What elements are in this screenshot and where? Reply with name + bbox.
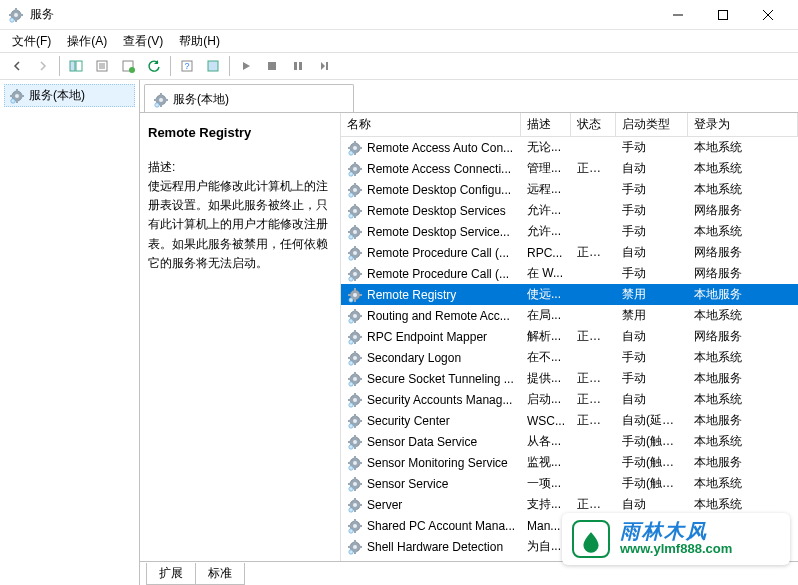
svg-point-18	[129, 67, 135, 73]
sidebar-item-services-local[interactable]: 服务(本地)	[4, 84, 135, 107]
service-icon	[347, 350, 363, 366]
service-name: Security Accounts Manag...	[367, 393, 512, 407]
col-desc[interactable]: 描述	[521, 113, 571, 136]
service-row[interactable]: Remote Desktop Services允许...手动网络服务	[341, 200, 798, 221]
tab-extended[interactable]: 扩展	[146, 563, 195, 585]
maximize-button[interactable]	[700, 1, 745, 29]
view-button[interactable]	[201, 54, 225, 78]
service-startup: 手动	[616, 181, 688, 198]
service-status: 正在...	[571, 391, 616, 408]
sidebar: 服务(本地)	[0, 80, 140, 585]
service-name: Remote Desktop Service...	[367, 225, 510, 239]
service-logon: 网络服务	[688, 202, 798, 219]
service-row[interactable]: Remote Procedure Call (...在 W...手动网络服务	[341, 263, 798, 284]
service-desc: 远程...	[521, 181, 571, 198]
service-name: Secure Socket Tunneling ...	[367, 372, 514, 386]
service-row[interactable]: Sensor Data Service从各...手动(触发...本地系统	[341, 431, 798, 452]
stop-button[interactable]	[260, 54, 284, 78]
service-desc: 无论...	[521, 139, 571, 156]
service-startup: 手动	[616, 139, 688, 156]
watermark-logo-icon	[572, 520, 610, 558]
menu-action[interactable]: 操作(A)	[59, 31, 115, 52]
sidebar-item-label: 服务(本地)	[29, 87, 85, 104]
menu-file[interactable]: 文件(F)	[4, 31, 59, 52]
svg-rect-8	[718, 10, 727, 19]
service-row[interactable]: Routing and Remote Acc...在局...禁用本地系统	[341, 305, 798, 326]
service-list: 名称 描述 状态 启动类型 登录为 Remote Access Auto Con…	[340, 113, 798, 561]
service-row[interactable]: RPC Endpoint Mapper解析...正在...自动网络服务	[341, 326, 798, 347]
service-icon	[347, 266, 363, 282]
service-icon	[347, 224, 363, 240]
service-desc: 从各...	[521, 433, 571, 450]
menu-help[interactable]: 帮助(H)	[171, 31, 228, 52]
service-startup: 手动	[616, 370, 688, 387]
service-name: Routing and Remote Acc...	[367, 309, 510, 323]
service-row[interactable]: Security Accounts Manag...启动...正在...自动本地…	[341, 389, 798, 410]
service-row[interactable]: Remote Procedure Call (...RPC...正在...自动网…	[341, 242, 798, 263]
service-row[interactable]: Secondary Logon在不...手动本地系统	[341, 347, 798, 368]
rows-container[interactable]: Remote Access Auto Con...无论...手动本地系统Remo…	[341, 137, 798, 561]
service-name: Remote Registry	[367, 288, 456, 302]
service-name: Sensor Data Service	[367, 435, 477, 449]
service-row[interactable]: Security CenterWSC...正在...自动(延迟...本地服务	[341, 410, 798, 431]
service-row[interactable]: Remote Access Connecti...管理...正在...自动本地系…	[341, 158, 798, 179]
service-desc: 监视...	[521, 454, 571, 471]
services-icon	[153, 92, 169, 108]
service-row[interactable]: Remote Registry使远...禁用本地服务	[341, 284, 798, 305]
service-desc: 在不...	[521, 349, 571, 366]
menu-view[interactable]: 查看(V)	[115, 31, 171, 52]
detail-desc-label: 描述:	[148, 158, 332, 177]
svg-rect-23	[294, 62, 297, 70]
service-name: Remote Access Connecti...	[367, 162, 511, 176]
service-icon	[347, 308, 363, 324]
service-row[interactable]: Sensor Monitoring Service监视...手动(触发...本地…	[341, 452, 798, 473]
back-button[interactable]	[5, 54, 29, 78]
export-button[interactable]	[116, 54, 140, 78]
service-icon	[347, 413, 363, 429]
service-row[interactable]: Sensor Service一项...手动(触发...本地系统	[341, 473, 798, 494]
refresh-button[interactable]	[142, 54, 166, 78]
service-name: Remote Desktop Services	[367, 204, 506, 218]
service-logon: 本地系统	[688, 349, 798, 366]
svg-rect-11	[70, 61, 75, 71]
service-row[interactable]: Remote Desktop Configu...远程...手动本地系统	[341, 179, 798, 200]
properties-button[interactable]	[90, 54, 114, 78]
forward-button[interactable]	[31, 54, 55, 78]
service-logon: 本地系统	[688, 433, 798, 450]
col-logon[interactable]: 登录为	[688, 113, 798, 136]
service-desc: 启动...	[521, 391, 571, 408]
service-status: 正在...	[571, 244, 616, 261]
watermark-url: www.ylmf888.com	[620, 541, 732, 557]
service-row[interactable]: Server支持...正在...自动本地系统	[341, 494, 798, 515]
service-logon: 网络服务	[688, 244, 798, 261]
detail-title: Remote Registry	[148, 123, 332, 144]
restart-button[interactable]	[312, 54, 336, 78]
svg-rect-21	[208, 61, 218, 71]
service-desc: RPC...	[521, 246, 571, 260]
svg-text:?: ?	[184, 61, 189, 71]
tab-services-local[interactable]: 服务(本地)	[144, 84, 354, 112]
service-desc: 一项...	[521, 475, 571, 492]
service-row[interactable]: Remote Access Auto Con...无论...手动本地系统	[341, 137, 798, 158]
start-button[interactable]	[234, 54, 258, 78]
close-button[interactable]	[745, 1, 790, 29]
col-status[interactable]: 状态	[571, 113, 616, 136]
col-name[interactable]: 名称	[341, 113, 521, 136]
service-startup: 手动(触发...	[616, 433, 688, 450]
tabhead-label: 服务(本地)	[173, 91, 229, 108]
service-startup: 手动(触发...	[616, 454, 688, 471]
show-hide-console-button[interactable]	[64, 54, 88, 78]
service-row[interactable]: Remote Desktop Service...允许...手动本地系统	[341, 221, 798, 242]
service-name: Remote Procedure Call (...	[367, 246, 509, 260]
service-logon: 网络服务	[688, 328, 798, 345]
minimize-button[interactable]	[655, 1, 700, 29]
service-row[interactable]: Secure Socket Tunneling ...提供...正在...手动本…	[341, 368, 798, 389]
app-icon	[8, 7, 24, 23]
service-icon	[347, 476, 363, 492]
svg-rect-22	[268, 62, 276, 70]
col-startup[interactable]: 启动类型	[616, 113, 688, 136]
pause-button[interactable]	[286, 54, 310, 78]
service-startup: 禁用	[616, 286, 688, 303]
help-button[interactable]: ?	[175, 54, 199, 78]
tab-standard[interactable]: 标准	[195, 563, 245, 585]
